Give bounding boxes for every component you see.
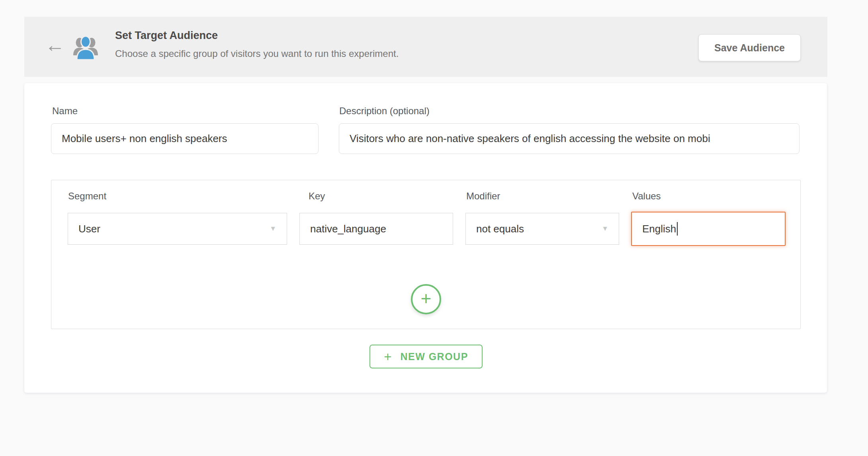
- chevron-down-icon: ▼: [270, 225, 276, 233]
- header-band: ← Set Target Audience Choose a specific …: [24, 17, 827, 77]
- condition-group-box: Segment Key Modifier Values User ▼ not e…: [51, 180, 801, 329]
- audience-people-icon: [73, 34, 98, 60]
- text-cursor: [677, 222, 678, 236]
- audience-name-input[interactable]: [51, 123, 319, 154]
- back-arrow-icon[interactable]: ←: [45, 33, 65, 57]
- page-subtitle: Choose a specific group of visitors you …: [115, 48, 399, 60]
- page-title: Set Target Audience: [115, 29, 399, 42]
- values-label: Values: [632, 191, 661, 202]
- name-label: Name: [52, 105, 78, 117]
- description-label: Description (optional): [339, 105, 430, 117]
- key-label: Key: [309, 191, 325, 202]
- segment-selected-value: User: [78, 223, 100, 235]
- new-group-label: NEW GROUP: [400, 351, 468, 362]
- add-condition-button[interactable]: +: [411, 284, 441, 314]
- modifier-label: Modifier: [466, 191, 500, 202]
- segment-label: Segment: [68, 191, 106, 202]
- chevron-down-icon: ▼: [602, 225, 608, 233]
- audience-description-input[interactable]: [339, 123, 800, 154]
- new-group-button[interactable]: + NEW GROUP: [369, 345, 483, 368]
- modifier-select[interactable]: not equals ▼: [465, 213, 619, 245]
- plus-icon: +: [384, 350, 391, 363]
- header-text: Set Target Audience Choose a specific gr…: [115, 29, 399, 60]
- save-audience-button[interactable]: Save Audience: [698, 34, 801, 61]
- modifier-selected-value: not equals: [476, 223, 524, 235]
- values-input[interactable]: English: [631, 212, 786, 246]
- audience-form-card: Name Description (optional) Segment Key …: [24, 83, 827, 393]
- segment-select[interactable]: User ▼: [68, 213, 287, 245]
- key-input[interactable]: [299, 213, 453, 245]
- values-text: English: [642, 223, 676, 235]
